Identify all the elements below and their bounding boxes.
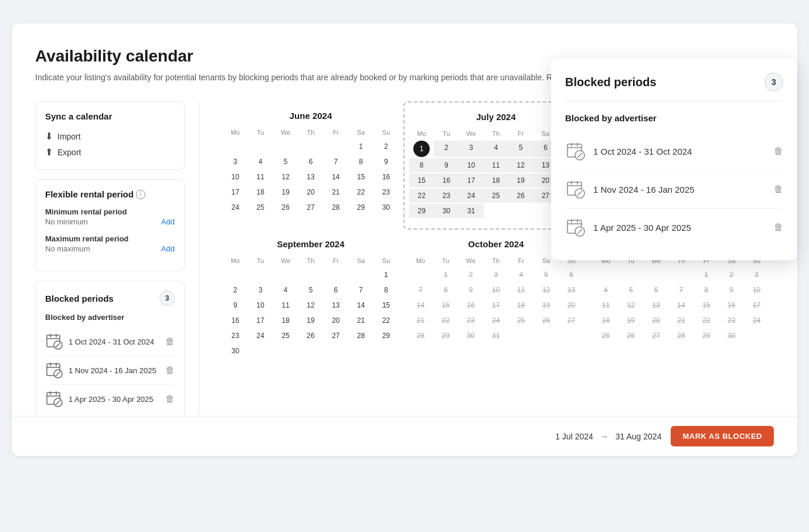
popup-calendar-icon-0 <box>565 141 586 162</box>
blocked-periods-title: Blocked periods <box>45 294 114 303</box>
max-rental-value: No maximum <box>45 244 90 253</box>
delete-period-1[interactable]: 🗑 <box>165 365 175 376</box>
popup-period-text-1: 1 Nov 2024 - 16 Jan 2025 <box>593 185 695 195</box>
calendar-june: June 2024 Mo Tu We Th Fr Sa Su <box>218 101 403 230</box>
popup-delete-1[interactable]: 🗑 <box>774 184 783 195</box>
export-item[interactable]: ⬆ Export <box>45 144 175 160</box>
popup-section-title: Blocked by advertiser <box>565 113 783 123</box>
range-arrow-icon: → <box>600 432 609 441</box>
calendar-block-icon-2 <box>45 390 64 408</box>
popup-header: Blocked periods 3 <box>565 73 783 101</box>
calendar-september: September 2024 Mo Tu We Th Fr Sa Su <box>218 230 403 369</box>
delete-period-0[interactable]: 🗑 <box>165 336 175 347</box>
sidebar: Sync a calendar ⬇ Import ⬆ Export Flexib… <box>35 101 199 432</box>
blocked-by-label: Blocked by advertiser <box>45 313 175 322</box>
period-text-2: 1 Apr 2025 - 30 Apr 2025 <box>69 395 154 404</box>
bottom-bar: 1 Jul 2024 → 31 Aug 2024 MARK AS BLOCKED <box>12 416 797 456</box>
sync-section: Sync a calendar ⬇ Import ⬆ Export <box>35 101 185 170</box>
range-end: 31 Aug 2024 <box>616 432 662 441</box>
blocked-count-badge: 3 <box>159 291 175 306</box>
calendar-block-icon-0 <box>45 332 64 351</box>
popup-card: Blocked periods 3 Blocked by advertiser … <box>551 59 797 260</box>
blocked-period-0: 1 Oct 2024 - 31 Oct 2024 🗑 <box>45 328 175 356</box>
september-title: September 2024 <box>223 239 399 249</box>
range-start: 1 Jul 2024 <box>555 432 593 441</box>
min-rental-label: Minimum rental period <box>45 207 175 216</box>
popup-period-0: 1 Oct 2024 - 31 Oct 2024 🗑 <box>565 132 783 170</box>
min-rental-value: No minimum <box>45 217 88 226</box>
import-icon: ⬇ <box>45 131 53 142</box>
popup-delete-0[interactable]: 🗑 <box>774 146 783 156</box>
period-text-1: 1 Nov 2024 - 16 Jan 2025 <box>69 366 157 375</box>
popup-title: Blocked periods <box>565 76 657 89</box>
import-label: Import <box>57 132 81 141</box>
popup-delete-2[interactable]: 🗑 <box>774 222 783 233</box>
popup-period-text-2: 1 Apr 2025 - 30 Apr 2025 <box>593 223 691 233</box>
export-label: Export <box>57 148 81 157</box>
june-title: June 2024 <box>223 111 399 121</box>
popup-count-badge: 3 <box>764 73 783 91</box>
mark-blocked-button[interactable]: MARK AS BLOCKED <box>671 426 774 446</box>
popup-calendar-icon-2 <box>565 217 586 238</box>
blocked-period-1: 1 Nov 2024 - 16 Jan 2025 🗑 <box>45 356 175 385</box>
popup-calendar-icon-1 <box>565 179 586 200</box>
popup-period-2: 1 Apr 2025 - 30 Apr 2025 🗑 <box>565 209 783 246</box>
info-icon[interactable]: i <box>136 190 145 199</box>
blocked-periods-section: Blocked periods 3 Blocked by advertiser <box>35 281 185 423</box>
min-add-link[interactable]: Add <box>161 217 175 226</box>
import-item[interactable]: ⬇ Import <box>45 128 175 144</box>
blocked-period-2: 1 Apr 2025 - 30 Apr 2025 🗑 <box>45 385 175 413</box>
today-cell[interactable]: 1 <box>413 141 430 157</box>
period-text-0: 1 Oct 2024 - 31 Oct 2024 <box>69 337 154 346</box>
export-icon: ⬆ <box>45 146 53 158</box>
calendar-block-icon-1 <box>45 361 64 380</box>
popup-period-1: 1 Nov 2024 - 16 Jan 2025 🗑 <box>565 170 783 209</box>
date-range-display: 1 Jul 2024 → 31 Aug 2024 <box>555 432 661 441</box>
max-rental-row: Maximum rental period No maximum Add <box>45 234 175 253</box>
min-rental-row: Minimum rental period No minimum Add <box>45 207 175 226</box>
popup-period-text-0: 1 Oct 2024 - 31 Oct 2024 <box>593 146 692 156</box>
main-card: Availability calendar Indicate your list… <box>12 23 797 456</box>
flexible-rental-title: Flexible rental period <box>45 189 134 199</box>
delete-period-2[interactable]: 🗑 <box>165 394 175 404</box>
max-rental-label: Maximum rental period <box>45 234 175 243</box>
sync-title: Sync a calendar <box>45 111 175 121</box>
max-add-link[interactable]: Add <box>161 244 175 253</box>
rental-period-section: Flexible rental period i Minimum rental … <box>35 179 185 271</box>
